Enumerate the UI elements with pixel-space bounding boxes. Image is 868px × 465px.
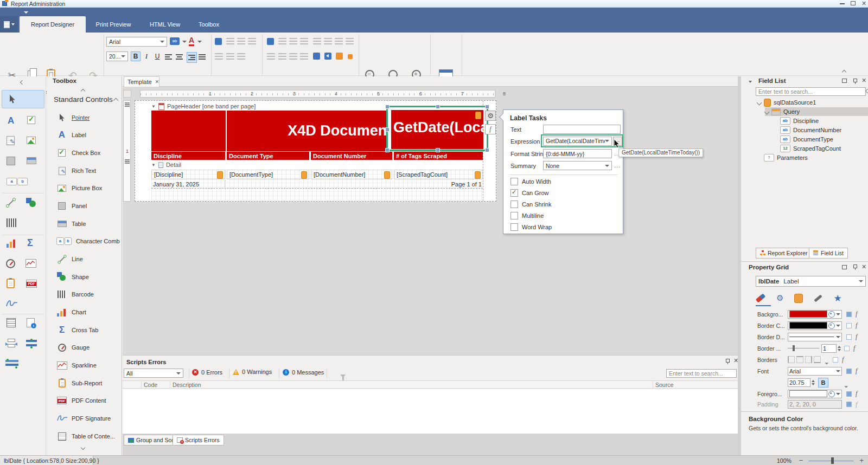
property-marker[interactable] [846, 369, 852, 374]
strip-chart-icon[interactable] [7, 239, 16, 248]
property-row-font[interactable]: Font Arial [757, 365, 866, 377]
strip-barcode-icon[interactable] [7, 218, 16, 227]
resize-handle[interactable] [385, 105, 390, 109]
fx-icon[interactable] [853, 344, 855, 352]
background-color-editor[interactable] [788, 310, 842, 319]
fit-to-grid-icon[interactable] [267, 38, 274, 45]
strip-crosstab-icon[interactable]: Σ [27, 237, 33, 249]
format-string-input[interactable]: {0:dd-MMM-yy} [543, 149, 612, 158]
remove-vspacing-icon[interactable] [300, 53, 308, 60]
maximize-icon[interactable] [842, 79, 847, 83]
font-family-combo[interactable]: Arial [106, 37, 167, 47]
pin-icon[interactable] [725, 358, 730, 364]
increase-vspacing-icon[interactable] [278, 53, 286, 60]
bring-to-front-icon[interactable] [336, 53, 343, 60]
field-list-search-input[interactable] [756, 87, 866, 96]
tab-scripts-errors[interactable]: ✕ Scripts Errors [173, 435, 224, 445]
padding-value[interactable]: 2, 2, 20, 0 [788, 400, 842, 409]
toolbox-item-richtext[interactable]: ✎Rich Text [56, 164, 120, 177]
summary-ellipsis-button[interactable]: ... [614, 162, 621, 169]
behavior-category-icon[interactable]: ⚙ [776, 293, 783, 303]
fx-icon[interactable] [856, 310, 857, 318]
column-header-document-number[interactable]: Document Number [311, 152, 392, 160]
toolbox-item-panel[interactable]: Panel [56, 199, 120, 212]
fx-icon[interactable] [856, 333, 857, 341]
multiline-checkbox[interactable]: Multiline [510, 212, 544, 219]
font-size-input[interactable]: 20.75 [788, 378, 810, 387]
column-header-document-type[interactable]: Document Type [227, 152, 309, 160]
data-category-icon[interactable] [794, 294, 803, 303]
panel-menu-caret-icon[interactable] [749, 81, 752, 83]
zoom-slider[interactable] [808, 457, 854, 464]
strip-checkbox-icon[interactable]: ✓ [27, 116, 35, 124]
property-row-border-dash[interactable]: Border D... [757, 331, 866, 343]
strip-crossband-icon[interactable] [5, 359, 18, 369]
qat-dropdown-icon[interactable] [24, 11, 28, 14]
resize-handle[interactable] [436, 105, 440, 109]
header-empty-cell[interactable] [151, 111, 226, 151]
toolbox-item-shape[interactable]: Shape [56, 270, 120, 283]
strip-richtext-icon[interactable]: ✎ [7, 136, 15, 145]
expand-corner-icon[interactable] [843, 382, 848, 388]
maximize-icon[interactable] [842, 265, 847, 269]
strip-label-icon[interactable]: A [8, 115, 14, 126]
can-grow-checkbox[interactable]: Can Grow [510, 189, 549, 197]
center-vertically-icon[interactable] [324, 53, 331, 60]
property-marker[interactable] [846, 391, 852, 397]
property-marker[interactable] [846, 312, 852, 317]
tree-field-scrapedtagcount[interactable]: 12ScrapedTagCount [780, 144, 841, 153]
align-rights-icon[interactable] [248, 38, 256, 44]
align-justify-icon[interactable] [199, 53, 206, 61]
tab-field-list[interactable]: Field List [809, 248, 848, 259]
border-right-icon[interactable] [805, 356, 812, 363]
send-to-back-icon[interactable] [348, 54, 353, 59]
detail-field-discipline[interactable]: [Discipline] [151, 170, 225, 179]
description-column-header[interactable]: Description [170, 381, 653, 388]
property-marker[interactable] [844, 346, 850, 351]
footer-page-label[interactable]: Page 1 of 1 [451, 181, 483, 188]
toolbox-item-pdfsignature[interactable]: PDF Signature [56, 412, 120, 425]
strip-shape-icon[interactable] [26, 198, 37, 208]
increase-hspacing-icon[interactable] [324, 38, 332, 44]
tab-html-view[interactable]: HTML View [141, 16, 189, 33]
property-marker[interactable] [846, 323, 852, 328]
minimize-icon[interactable] [840, 3, 845, 4]
bold-button[interactable]: B [131, 51, 141, 61]
filter-funnel-icon[interactable] [340, 374, 346, 378]
border-width-slider[interactable] [788, 345, 819, 352]
column-header-tags-scraped[interactable]: # of Tags Scraped [394, 152, 483, 160]
align-left-icon[interactable] [165, 53, 172, 61]
smart-tag-gear-button[interactable]: ⚙ [485, 111, 496, 121]
source-column-header[interactable]: Source [653, 381, 738, 388]
border-dash-editor[interactable] [788, 333, 842, 341]
code-column-header[interactable]: Code [142, 381, 170, 388]
zoom-out-control[interactable]: − [799, 456, 803, 464]
toolbox-item-checkbox[interactable]: ✓Check Box [56, 146, 120, 159]
font-family-editor[interactable]: Arial [788, 367, 842, 376]
smart-tag-icon[interactable] [301, 171, 307, 179]
fx-icon[interactable] [856, 367, 857, 375]
strip-panel-icon[interactable] [7, 157, 15, 165]
tree-node-sqldatasource1[interactable]: sqlDataSource1 [757, 98, 816, 107]
favorites-category-icon[interactable]: ★ [833, 293, 841, 304]
close-icon[interactable]: ✕ [861, 78, 866, 83]
appearance-category-icon[interactable] [756, 293, 766, 303]
horiz-spacing-icon[interactable] [313, 38, 321, 44]
toolbox-item-subreport[interactable]: Sub-Report [56, 377, 120, 390]
tree-field-documenttype[interactable]: abDocumentType [780, 135, 833, 144]
toolbox-item-pdfcontent[interactable]: PDFPDF Content [56, 394, 120, 407]
smart-tag-icon[interactable] [384, 171, 390, 179]
word-wrap-checkbox[interactable]: Word Wrap [510, 223, 552, 231]
property-marker[interactable] [846, 402, 852, 407]
align-tops-icon[interactable] [215, 53, 223, 60]
expand-icon[interactable] [764, 109, 770, 114]
restore-icon[interactable] [851, 1, 856, 5]
center-horizontally-icon[interactable] [313, 53, 320, 60]
strip-split-container-icon[interactable] [26, 339, 37, 348]
tab-report-designer[interactable]: Report Designer [20, 16, 86, 33]
column-header-discipline[interactable]: Discipline [151, 152, 225, 160]
align-center-icon[interactable] [176, 53, 183, 61]
scripts-search-input[interactable] [666, 369, 737, 378]
vert-spacing-icon[interactable] [267, 53, 275, 60]
detail-field-document-number[interactable]: [DocumentNumber] [311, 170, 392, 179]
